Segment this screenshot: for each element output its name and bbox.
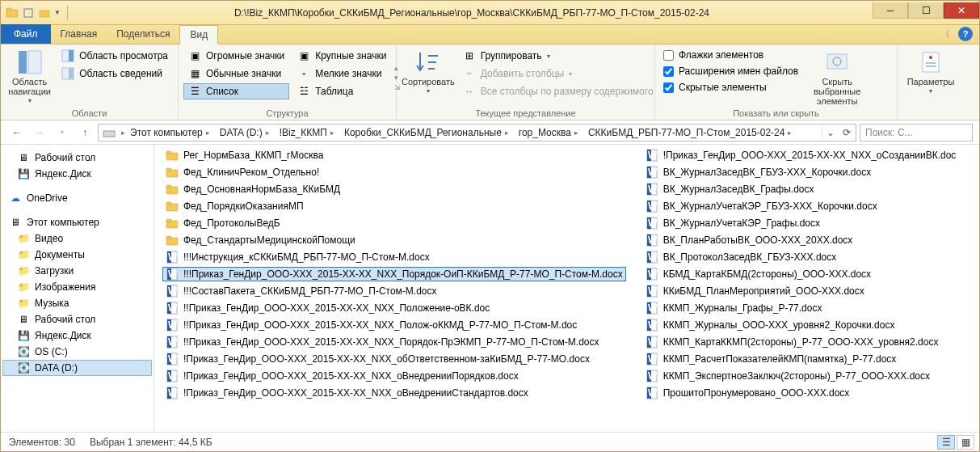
breadcrumb-dropdown[interactable]: ⌄ — [822, 127, 838, 138]
tree-desktop[interactable]: 🖥Рабочий стол — [2, 150, 152, 166]
tree-osc[interactable]: 💽OS (C:) — [2, 344, 152, 360]
list-item[interactable]: W!Приказ_ГенДир_ООО-ХХХ_2015-ХХ-ХХ_NХХ_о… — [162, 352, 626, 366]
list-item[interactable]: W!!!Приказ_ГенДир_ООО-ХХХ_2015-ХХ-ХХ_NХХ… — [162, 267, 626, 281]
svg-rect-9 — [69, 68, 74, 79]
tab-home[interactable]: Главная — [51, 24, 107, 44]
chk-file-extensions[interactable]: Расширения имен файлов — [660, 64, 801, 78]
nav-tree[interactable]: 🖥Рабочий стол 💾Яндекс.Диск ☁OneDrive 🖥Эт… — [1, 145, 154, 432]
qat-newfolder-icon[interactable] — [38, 6, 51, 19]
word-doc-icon: W — [166, 370, 179, 382]
svg-rect-1 — [6, 8, 11, 11]
qat-properties-icon[interactable] — [22, 6, 35, 19]
list-item[interactable]: WККиБМД_ПланМероприятий_ООО-ХХХ.docx — [642, 284, 960, 298]
tree-yandexdisk[interactable]: 💾Яндекс.Диск — [2, 166, 152, 182]
nav-recent-button[interactable]: ▾ — [53, 123, 72, 142]
search-input[interactable]: Поиск: С... — [860, 124, 973, 142]
list-item[interactable]: W!Приказ_ГенДир_ООО-ХХХ_2015-ХХ-ХХ_NХХ_о… — [162, 369, 626, 383]
tab-file[interactable]: Файл — [1, 24, 51, 44]
list-item[interactable]: W!!Приказ_ГенДир_ООО-ХХХ_2015-ХХ-ХХ_NХХ_… — [162, 301, 626, 315]
close-button[interactable]: ✕ — [944, 2, 979, 19]
nav-forward-button: → — [30, 123, 49, 142]
list-item[interactable]: WККМП_Журналы_ООО-ХХХ_уровня2_Корочки.do… — [642, 318, 960, 332]
tree-videos[interactable]: 📁Видео — [2, 230, 152, 247]
chk-hidden-items[interactable]: Скрытые элементы — [660, 80, 801, 95]
details-pane-button[interactable]: Область сведений — [57, 65, 173, 82]
breadcrumb-item[interactable]: Этот компьютер▸ — [127, 127, 217, 138]
qat-dropdown-icon[interactable]: ▼ — [54, 9, 61, 16]
list-item[interactable]: WККМП_ЭкспертноеЗаключ(2стороны)_Р-77_ОО… — [642, 369, 960, 383]
list-item[interactable]: W!Приказ_ГенДир_ООО-ХХХ_2015-ХХ-ХХ_NХХ_о… — [642, 148, 960, 163]
breadcrumb-item[interactable]: !Biz_ККМП▸ — [276, 127, 341, 138]
preview-pane-button[interactable]: Область просмотра — [57, 48, 173, 64]
view-icons-toggle[interactable]: ▦ — [957, 435, 974, 450]
navigation-pane-button[interactable]: Область навигации▾ — [6, 48, 53, 107]
list-item[interactable]: Фед_КлиничРеком_Отдельно! — [162, 165, 626, 180]
ribbon-tabs: Файл Главная Поделиться Вид 〈 ? — [1, 25, 979, 44]
nav-up-button[interactable]: ↑ — [75, 123, 95, 142]
tree-desktop2[interactable]: 🖥Рабочий стол — [2, 311, 152, 327]
tree-datad[interactable]: 💽DATA (D:) — [2, 360, 152, 376]
layout-table[interactable]: ☳Таблица — [292, 83, 391, 99]
file-name: ВК_ЖурналУчетаКЭР_Графы.docx — [663, 218, 820, 229]
list-item[interactable]: Фед_ПротоколыВедБ — [162, 216, 626, 230]
svg-rect-0 — [6, 10, 18, 17]
list-item[interactable]: W!Приказ_ГенДир_ООО-ХХХ_2015-ХХ-ХХ_NХХ_о… — [162, 386, 626, 400]
list-item[interactable]: WВК_ЖурналУчетаКЭР_ГБУЗ-ХХХ_Корочки.docx — [642, 199, 960, 213]
tree-pictures[interactable]: 📁Изображения — [2, 279, 152, 295]
list-item[interactable]: WВК_ЖурналЗаседВК_Графы.docx — [642, 182, 960, 196]
layout-extralarge[interactable]: ▣Огромные значки — [183, 48, 289, 64]
list-item[interactable]: Рег_НормБаза_ККМП_гМосква — [162, 148, 626, 163]
layout-medium[interactable]: ▦Обычные значки — [183, 65, 289, 82]
sort-button[interactable]: Сортировать▾ — [402, 48, 455, 107]
tree-downloads[interactable]: 📁Загрузки — [2, 263, 152, 279]
tree-music[interactable]: 📁Музыка — [2, 295, 152, 311]
list-item[interactable]: W!!!СоставПакета_СККиБМД_РБП-77-МО_П-Сто… — [162, 284, 626, 298]
list-item[interactable]: WККМП_Журналы_Графы_Р-77.docx — [642, 301, 960, 315]
layout-small[interactable]: ▫Мелкие значки — [292, 65, 391, 82]
list-item[interactable]: Фед_ОсновнаяНормБаза_ККиБМД — [162, 182, 626, 196]
list-item[interactable]: W!!Приказ_ГенДир_ООО-ХХХ_2015-ХХ-ХХ_NХХ_… — [162, 318, 626, 332]
help-button[interactable]: ? — [958, 27, 973, 41]
breadcrumb-item[interactable]: Коробки_СККиБМД_Региональные▸ — [341, 127, 515, 138]
layout-large[interactable]: ▣Крупные значки — [292, 48, 391, 64]
ribbon-collapse-icon[interactable]: 〈 — [940, 27, 950, 41]
tab-share[interactable]: Поделиться — [107, 24, 179, 44]
tree-documents[interactable]: 📁Документы — [2, 247, 152, 263]
list-item[interactable]: WПрошитоПронумеровано_ООО-ХХХ.docx — [642, 386, 960, 400]
list-item[interactable]: WВК_ЖурналУчетаКЭР_Графы.docx — [642, 216, 960, 230]
chk-item-checkboxes[interactable]: Флажки элементов — [660, 48, 801, 62]
tab-view[interactable]: Вид — [179, 25, 218, 44]
breadcrumb[interactable]: ▸ Этот компьютер▸DATA (D:)▸!Biz_ККМП▸Кор… — [98, 124, 856, 142]
layout-list[interactable]: ☰Список — [183, 83, 289, 99]
list-item[interactable]: WВК_ПротоколЗаседВК_ГБУЗ-ХХХ.docx — [642, 250, 960, 264]
refresh-button[interactable]: ⟳ — [838, 127, 856, 138]
list-item[interactable]: Фед_ПорядкиОказанияМП — [162, 199, 626, 213]
svg-text:W: W — [648, 201, 658, 212]
hide-selected-button[interactable]: Скрыть выбранные элементы — [805, 48, 869, 107]
breadcrumb-item[interactable]: DATA (D:)▸ — [217, 127, 276, 138]
list-item[interactable]: WККМП_РасчетПоказателейКМП(памятка)_Р-77… — [642, 352, 960, 366]
list-item[interactable]: W!!!Инструкция_кСККиБМД_РБП-77-МО_П-Стом… — [162, 250, 626, 264]
nav-back-button[interactable]: ← — [7, 123, 27, 142]
minimize-button[interactable]: ─ — [873, 2, 908, 19]
folder-icon — [166, 217, 179, 230]
word-doc-icon: W — [646, 319, 658, 332]
list-item[interactable]: WВК_ЖурналЗаседВК_ГБУЗ-ХХХ_Корочки.docx — [642, 165, 960, 180]
list-item[interactable]: WКБМД_КартаКБМД(2стороны)_ООО-ХХХ.docx — [642, 267, 960, 281]
tree-thispc[interactable]: 🖥Этот компьютер — [2, 214, 152, 230]
view-details-toggle[interactable]: ☰ — [937, 435, 955, 450]
tree-onedrive[interactable]: ☁OneDrive — [2, 190, 152, 206]
list-item[interactable]: W!!Приказ_ГенДир_ООО-ХХХ_2015-ХХ-ХХ_NХХ_… — [162, 335, 626, 349]
breadcrumb-item[interactable]: гор_Москва▸ — [515, 127, 585, 138]
breadcrumb-chevron-icon[interactable]: ▸ — [120, 129, 127, 137]
options-button[interactable]: Параметры▾ — [902, 48, 959, 107]
maximize-button[interactable]: ☐ — [908, 2, 944, 19]
file-list[interactable]: Рег_НормБаза_ККМП_гМоскваФед_КлиничРеком… — [154, 145, 979, 432]
list-item[interactable]: Фед_СтандартыМедицинскойПомощи — [162, 233, 626, 247]
folder-icon — [166, 183, 179, 196]
list-item[interactable]: WВК_ПланРаботыВК_ООО-ХХХ_20ХХ.docx — [642, 233, 960, 247]
breadcrumb-item[interactable]: СККиБМД_РБП-77-МО_П-Стом_2015-02-24▸ — [585, 127, 799, 138]
list-item[interactable]: WККМП_КартаККМП(2стороны)_Р-77_ООО-ХХХ_у… — [642, 335, 960, 349]
tree-yandexdisk2[interactable]: 💾Яндекс.Диск — [2, 327, 152, 344]
groupby-button[interactable]: ⊞Группировать ▾ — [458, 48, 658, 64]
